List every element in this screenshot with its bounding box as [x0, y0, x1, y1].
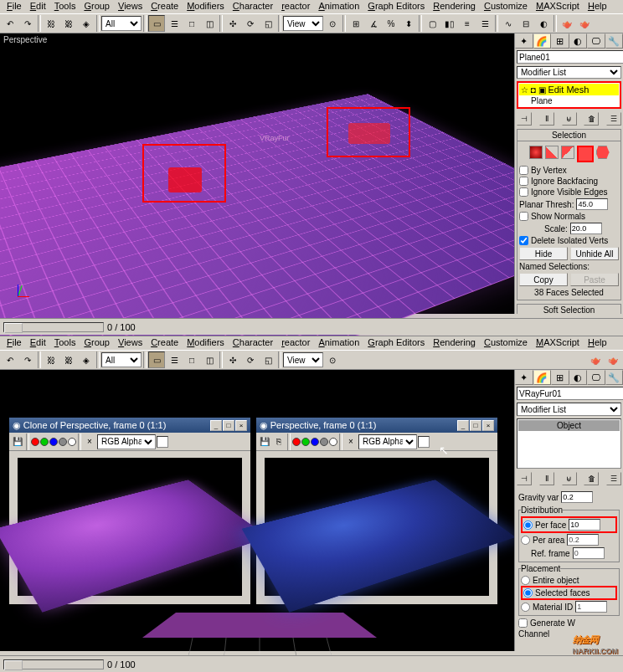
select-name-button[interactable]: ☰	[166, 15, 183, 32]
angle-snap-button[interactable]: ∡	[365, 15, 382, 32]
pivot-button[interactable]: ⊙	[324, 15, 341, 32]
select-region-button-2[interactable]: □	[183, 351, 200, 368]
menu-rendering-2[interactable]: Rendering	[430, 337, 479, 349]
channel-red-icon[interactable]	[31, 438, 39, 446]
select-name-button-2[interactable]: ☰	[166, 351, 183, 368]
clear-button[interactable]: ×	[83, 435, 96, 449]
menu-file[interactable]: File	[3, 1, 25, 13]
configure-button[interactable]: ☰	[606, 472, 621, 485]
channel-mono-icon[interactable]	[329, 438, 337, 446]
generate-w-checkbox[interactable]	[518, 618, 528, 628]
link-button[interactable]: ⛓	[43, 15, 59, 32]
soft-sel-title[interactable]: Soft Selection	[517, 305, 620, 314]
render-scene-button-2[interactable]: 🫖	[587, 351, 604, 368]
material-button[interactable]: ◐	[535, 15, 552, 32]
render-window-clone[interactable]: ◉ Clone of Perspective, frame 0 (1:1) _□…	[8, 417, 251, 605]
channel-combo-2[interactable]: RGB Alpha	[358, 434, 417, 449]
stack-object[interactable]: Object	[518, 420, 620, 431]
remove-mod-button[interactable]: 🗑	[584, 112, 599, 126]
menu-group[interactable]: Group	[80, 1, 113, 13]
menubar[interactable]: File Edit Tools Group Views Create Modif…	[0, 0, 623, 13]
close-icon[interactable]: ×	[482, 420, 494, 431]
time-slider-2[interactable]	[3, 659, 104, 669]
select-button-2[interactable]: ▭	[148, 351, 165, 368]
redo-button-2[interactable]: ↷	[19, 351, 36, 368]
menu-tools-2[interactable]: Tools	[51, 337, 80, 349]
ignore-visible-checkbox[interactable]	[519, 187, 528, 197]
menu-maxscript[interactable]: MAXScript	[533, 1, 583, 13]
create-tab-2[interactable]: ✦	[515, 370, 533, 385]
utilities-tab[interactable]: 🔧	[605, 33, 624, 49]
render-window-main[interactable]: ◉ Perspective, frame 0 (1:1) _□× 💾 ⎘ × R…	[255, 417, 498, 605]
window-crossing-button-2[interactable]: ◫	[201, 351, 218, 368]
entire-object-radio[interactable]	[521, 576, 530, 585]
unhide-button[interactable]: Unhide All	[570, 247, 619, 260]
create-tab[interactable]: ✦	[515, 33, 533, 49]
minimize-icon[interactable]: _	[457, 420, 469, 431]
close-icon[interactable]: ×	[235, 420, 247, 431]
channel-alpha-icon[interactable]	[59, 438, 67, 446]
configure-button[interactable]: ☰	[606, 112, 621, 126]
polygon-subobj-icon[interactable]	[577, 146, 594, 162]
object-name-field-2[interactable]	[517, 387, 623, 400]
menu-animation[interactable]: Animation	[315, 1, 363, 13]
menu-tools[interactable]: Tools	[51, 1, 80, 13]
menu-customize[interactable]: Customize	[481, 1, 531, 13]
bind-button[interactable]: ◈	[78, 15, 95, 32]
viewport-2[interactable]: ◉ Clone of Perspective, frame 0 (1:1) _□…	[0, 370, 514, 651]
render-title-1[interactable]: ◉ Clone of Perspective, frame 0 (1:1) _□…	[9, 418, 250, 433]
channel-mono-icon[interactable]	[68, 438, 76, 446]
undo-button[interactable]: ↶	[2, 15, 18, 32]
remove-mod-button[interactable]: 🗑	[584, 472, 599, 485]
selection-filter[interactable]: All	[101, 16, 142, 31]
bind-button-2[interactable]: ◈	[78, 351, 95, 368]
per-area-spinner[interactable]	[567, 534, 599, 546]
ref-coord-combo[interactable]: View	[283, 16, 323, 31]
link-button-2[interactable]: ⛓	[43, 351, 59, 368]
modifier-edit-mesh[interactable]: ☆ ◘ ▣ Edit Mesh	[519, 84, 619, 95]
menu-rendering[interactable]: Rendering	[430, 1, 479, 13]
redo-button[interactable]: ↷	[19, 15, 36, 32]
modifier-plane[interactable]: Plane	[519, 95, 619, 106]
snap-button[interactable]: ⊞	[348, 15, 364, 32]
unique-button[interactable]: ⊌	[562, 472, 577, 485]
menu-edit[interactable]: Edit	[27, 1, 49, 13]
scale-button[interactable]: ◱	[260, 15, 276, 32]
motion-tab[interactable]: ◐	[569, 33, 588, 49]
unlink-button-2[interactable]: ⛓̸	[60, 351, 77, 368]
time-slider[interactable]	[3, 322, 104, 332]
material-id-radio[interactable]	[521, 603, 530, 612]
show-end-button[interactable]: Ⅱ	[539, 472, 554, 485]
command-tabs-2[interactable]: ✦ 🌈 ⊞ ◐ 🖵 🔧	[515, 370, 623, 385]
align-button[interactable]: ≡	[459, 15, 476, 32]
layers-button[interactable]: ☰	[476, 15, 493, 32]
pivot-button-2[interactable]: ⊙	[324, 351, 341, 368]
named-sel-button[interactable]: ▢	[424, 15, 440, 32]
by-vertex-checkbox[interactable]	[519, 166, 528, 175]
delete-isolated-checkbox[interactable]	[519, 236, 528, 245]
quick-render-button-2[interactable]: 🫖	[605, 351, 621, 368]
material-id-spinner[interactable]	[575, 601, 607, 613]
channel-blue-icon[interactable]	[49, 438, 58, 446]
window-crossing-button[interactable]: ◫	[201, 15, 218, 32]
hierarchy-tab-2[interactable]: ⊞	[551, 370, 569, 385]
pin-stack-button[interactable]: ⊣	[517, 112, 532, 126]
modifier-stack-2[interactable]: Object	[517, 418, 621, 469]
clear-button[interactable]: ×	[344, 435, 358, 449]
channel-blue-icon[interactable]	[311, 438, 319, 446]
hierarchy-tab[interactable]: ⊞	[551, 33, 569, 49]
channel-red-icon[interactable]	[292, 438, 301, 446]
unlink-button[interactable]: ⛓̸	[60, 15, 77, 32]
rollout-title[interactable]: Selection	[517, 130, 620, 141]
percent-snap-button[interactable]: %	[383, 15, 399, 32]
per-face-radio[interactable]	[523, 521, 533, 530]
unique-button[interactable]: ⊌	[562, 112, 577, 126]
menu-maxscript-2[interactable]: MAXScript	[533, 337, 583, 349]
menu-create-2[interactable]: Create	[147, 337, 182, 349]
undo-button-2[interactable]: ↶	[2, 351, 18, 368]
pin-stack-button[interactable]: ⊣	[517, 472, 532, 485]
menu-graph[interactable]: Graph Editors	[364, 1, 428, 13]
copy-button[interactable]: Copy	[519, 273, 568, 286]
channel-alpha-icon[interactable]	[320, 438, 328, 446]
menu-views[interactable]: Views	[115, 1, 146, 13]
